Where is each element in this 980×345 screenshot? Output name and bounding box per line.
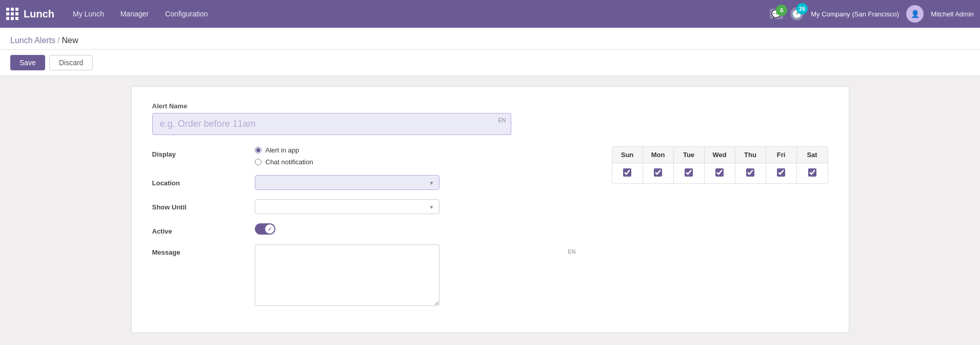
messages-icon-badge[interactable]: 💬 6 [770,9,783,19]
day-header-sun: Sun [612,147,643,163]
top-navigation: Lunch My Lunch Manager Configuration 💬 6… [0,0,980,28]
radio-chat-notification-input[interactable] [255,159,262,165]
day-check-mon [643,163,674,183]
message-wrapper: EN [255,244,581,308]
location-row: Location [152,175,581,190]
breadcrumb-bar: Lunch Alerts / New [0,28,980,50]
checkbox-mon[interactable] [654,168,662,177]
breadcrumb: Lunch Alerts / New [10,36,970,45]
menu-item-configuration[interactable]: Configuration [159,7,214,21]
breadcrumb-separator: / [57,36,59,45]
message-value: EN [255,244,581,308]
active-value: ✓ [255,223,581,235]
username[interactable]: Mitchell Admin [931,10,974,18]
active-label: Active [152,223,224,235]
day-grid-section: Sun Mon Tue Wed Thu Fri Sat [612,146,828,317]
checkbox-sat[interactable] [808,168,816,177]
radio-chat-notification[interactable]: Chat notification [255,158,581,166]
alert-name-label: Alert Name [152,102,828,110]
toggle-check-icon: ✓ [268,226,272,232]
display-options: Alert in app Chat notification [255,146,581,166]
menu-item-manager[interactable]: Manager [114,7,155,21]
day-grid: Sun Mon Tue Wed Thu Fri Sat [612,146,828,184]
day-check-sun [612,163,643,183]
day-check-thu [735,163,766,183]
message-lang-badge: EN [568,248,575,255]
checkbox-tue[interactable] [685,168,693,177]
alert-name-lang-badge: EN [498,117,506,123]
message-row: Message EN [152,244,581,308]
topnav-right: 💬 6 🕐 26 My Company (San Francisco) 👤 Mi… [770,5,974,23]
day-header-thu: Thu [735,147,766,163]
radio-alert-in-app-input[interactable] [255,147,262,154]
active-toggle[interactable]: ✓ [255,223,275,235]
show-until-label: Show Until [152,199,224,214]
day-header-wed: Wed [705,147,735,163]
day-grid-header: Sun Mon Tue Wed Thu Fri Sat [612,147,828,163]
menu-item-my-lunch[interactable]: My Lunch [67,7,110,21]
form-left: Display Alert in app Chat notification [152,146,581,317]
day-grid-row [612,163,828,183]
alert-name-field: Alert Name EN [152,102,828,135]
location-select[interactable] [255,175,439,190]
app-logo[interactable]: Lunch [24,8,54,20]
location-select-wrapper [255,175,439,190]
form-toolbar: Save Discard [0,50,980,76]
message-textarea[interactable] [255,244,439,306]
checkbox-thu[interactable] [746,168,754,177]
apps-menu-icon[interactable] [6,8,18,20]
toggle-knob: ✓ [265,224,274,234]
checkbox-wed[interactable] [715,168,724,177]
save-button[interactable]: Save [10,55,45,70]
main-content: Alert Name EN Display Alert in app [0,76,980,343]
alert-name-wrapper: EN [152,113,511,135]
checkbox-sun[interactable] [623,168,631,177]
checkbox-fri[interactable] [777,168,785,177]
location-label: Location [152,175,224,190]
day-check-sat [797,163,828,183]
activity-icon-badge[interactable]: 🕐 26 [790,7,804,21]
messages-count: 6 [776,5,787,16]
radio-chat-notification-label: Chat notification [266,158,313,166]
day-header-tue: Tue [674,147,705,163]
avatar[interactable]: 👤 [906,5,924,23]
alert-name-input[interactable] [152,113,511,135]
show-until-select[interactable] [255,199,439,214]
form-card: Alert Name EN Display Alert in app [131,86,849,333]
form-fields-section: Display Alert in app Chat notification [152,146,828,317]
breadcrumb-parent[interactable]: Lunch Alerts [10,36,55,45]
company-name[interactable]: My Company (San Francisco) [811,10,899,18]
top-menu: My Lunch Manager Configuration [67,7,770,21]
radio-alert-in-app-label: Alert in app [266,146,299,154]
location-value [255,175,581,190]
day-check-wed [705,163,735,183]
show-until-select-wrapper [255,199,439,214]
show-until-value [255,199,581,214]
activity-count: 26 [796,3,808,14]
day-check-fri [766,163,797,183]
show-until-row: Show Until [152,199,581,214]
message-label: Message [152,244,224,308]
day-check-tue [674,163,705,183]
day-header-mon: Mon [643,147,674,163]
active-row: Active ✓ [152,223,581,235]
radio-alert-in-app[interactable]: Alert in app [255,146,581,154]
breadcrumb-current: New [62,36,78,45]
display-label: Display [152,146,224,166]
display-radio-group: Alert in app Chat notification [255,146,581,166]
day-header-fri: Fri [766,147,797,163]
day-header-sat: Sat [797,147,828,163]
display-row: Display Alert in app Chat notification [152,146,581,166]
discard-button[interactable]: Discard [49,55,93,70]
